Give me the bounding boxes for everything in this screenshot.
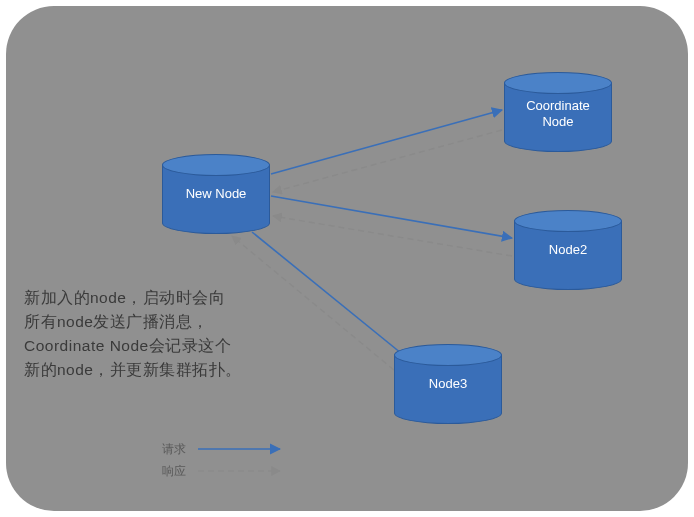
legend-row-response: 响应 [158,460,358,482]
node-new-label: New Node [162,186,270,202]
node-node3: Node3 [394,344,502,424]
diagram-viewport: New Node Coordinate Node Node2 Node3 新加入… [0,0,694,517]
legend-row-request: 请求 [158,438,358,460]
diagram-description: 新加入的node，启动时会向 所有node发送广播消息， Coordinate … [24,286,284,382]
cylinder-top [514,210,622,232]
node-node3-label: Node3 [394,376,502,392]
legend-request-line-icon [196,443,286,455]
cylinder-top [504,72,612,94]
desc-line-1: 新加入的node，启动时会向 [24,289,225,306]
node-node2-label: Node2 [514,242,622,258]
node-coordinate: Coordinate Node [504,72,612,152]
node-coordinate-label-line1: Coordinate [526,98,590,113]
node-coordinate-label: Coordinate Node [504,98,612,131]
legend-response-label: 响应 [158,463,186,480]
legend: 请求 响应 [158,438,358,482]
cylinder-top [394,344,502,366]
legend-response-line-icon [196,465,286,477]
cylinder-top [162,154,270,176]
node-new: New Node [162,154,270,234]
legend-request-label: 请求 [158,441,186,458]
desc-line-2: 所有node发送广播消息， [24,313,209,330]
desc-line-3: Coordinate Node会记录这个 [24,337,231,354]
node-node2: Node2 [514,210,622,290]
desc-line-4: 新的node，并更新集群拓扑。 [24,361,242,378]
node-coordinate-label-line2: Node [542,114,573,129]
